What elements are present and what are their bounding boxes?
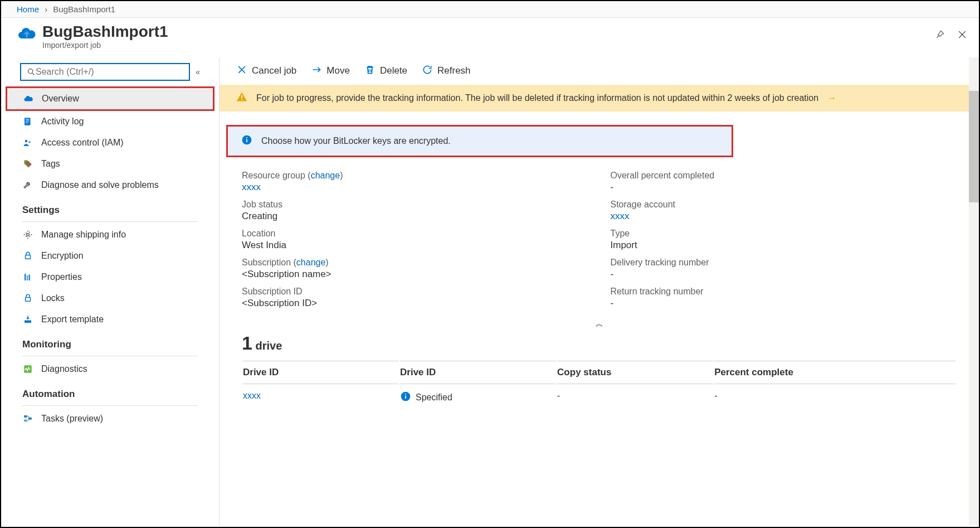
th-copy-status[interactable]: Copy status bbox=[557, 361, 713, 384]
people-icon bbox=[22, 137, 33, 148]
divider bbox=[22, 405, 198, 406]
th-percent-complete[interactable]: Percent complete bbox=[714, 361, 955, 384]
log-icon bbox=[22, 116, 33, 127]
divider bbox=[22, 356, 198, 356]
refresh-button[interactable]: Refresh bbox=[422, 64, 471, 78]
detail-value: <Subscription name> bbox=[242, 269, 588, 280]
toolbar: Cancel job Move Delete Refresh bbox=[220, 57, 979, 85]
sidebar-section-automation: Automation bbox=[1, 380, 219, 402]
sidebar-item-overview[interactable]: Overview bbox=[6, 86, 214, 111]
button-label: Delete bbox=[380, 65, 407, 76]
sidebar-item-label: Export template bbox=[41, 314, 104, 324]
detail-value[interactable]: xxxx bbox=[242, 182, 588, 193]
sidebar-item-tags[interactable]: Tags bbox=[1, 153, 219, 175]
detail-subscription-id: Subscription ID <Subscription ID> bbox=[242, 287, 588, 309]
collapse-details-icon[interactable]: ︽ bbox=[220, 316, 979, 332]
detail-value: Creating bbox=[242, 211, 588, 222]
lock-icon bbox=[22, 293, 33, 304]
button-label: Move bbox=[326, 65, 350, 76]
button-label: Cancel job bbox=[252, 65, 296, 76]
cloud-upload-icon bbox=[17, 23, 37, 43]
drives-title: 1 drive bbox=[242, 332, 957, 354]
page-title: BugBashImport1 bbox=[42, 23, 168, 41]
svg-rect-11 bbox=[29, 274, 30, 280]
sidebar-item-access-control[interactable]: Access control (IAM) bbox=[1, 132, 219, 153]
th-drive-id[interactable]: Drive ID bbox=[243, 361, 399, 384]
trash-icon bbox=[364, 64, 376, 78]
sidebar-item-shipping[interactable]: Manage shipping info bbox=[1, 224, 219, 245]
sidebar-item-export-template[interactable]: Export template bbox=[1, 309, 219, 330]
detail-value: - bbox=[611, 182, 957, 193]
tags-icon bbox=[22, 158, 33, 169]
sidebar-item-encryption[interactable]: Encryption bbox=[1, 245, 219, 267]
button-label: Refresh bbox=[437, 65, 471, 76]
sidebar-item-locks[interactable]: Locks bbox=[1, 288, 219, 309]
arrow-right-icon: → bbox=[827, 93, 836, 103]
info-icon bbox=[400, 391, 411, 404]
detail-delivery-tracking: Delivery tracking number - bbox=[611, 258, 957, 280]
change-link[interactable]: change bbox=[296, 258, 326, 267]
scrollbar[interactable] bbox=[969, 57, 979, 525]
move-button[interactable]: Move bbox=[311, 64, 350, 78]
detail-percent-completed: Overall percent completed - bbox=[611, 171, 957, 193]
sidebar-item-label: Diagnostics bbox=[41, 364, 87, 374]
svg-rect-4 bbox=[26, 122, 28, 123]
svg-rect-12 bbox=[26, 297, 31, 301]
svg-rect-3 bbox=[26, 120, 29, 121]
sidebar-item-properties[interactable]: Properties bbox=[1, 267, 219, 288]
cloud-icon bbox=[23, 93, 34, 104]
svg-rect-2 bbox=[26, 119, 29, 119]
svg-point-5 bbox=[25, 140, 28, 143]
search-input[interactable] bbox=[20, 63, 190, 81]
wrench-icon bbox=[22, 180, 33, 191]
pin-icon[interactable] bbox=[934, 29, 945, 42]
svg-rect-10 bbox=[27, 275, 28, 280]
detail-resource-group: Resource group (change) xxxx bbox=[242, 171, 588, 193]
search-icon bbox=[27, 67, 36, 76]
breadcrumb: Home › BugBashImport1 bbox=[1, 1, 979, 18]
svg-rect-21 bbox=[246, 139, 247, 142]
diagnostics-icon bbox=[22, 364, 33, 375]
close-icon[interactable] bbox=[957, 29, 968, 42]
sidebar-item-label: Locks bbox=[41, 293, 65, 303]
svg-rect-18 bbox=[241, 95, 242, 98]
sidebar-item-tasks[interactable]: Tasks (preview) bbox=[1, 408, 219, 429]
detail-subscription: Subscription (change) <Subscription name… bbox=[242, 258, 588, 280]
arrow-right-icon bbox=[311, 64, 322, 78]
detail-value[interactable]: xxxx bbox=[611, 211, 957, 222]
sidebar-section-monitoring: Monitoring bbox=[1, 330, 219, 352]
svg-rect-17 bbox=[29, 418, 32, 420]
drives-section: 1 drive Drive ID Drive ID Copy status Pe… bbox=[220, 332, 979, 411]
sidebar-item-diagnostics[interactable]: Diagnostics bbox=[1, 359, 219, 380]
export-icon bbox=[22, 314, 33, 325]
search-field[interactable] bbox=[36, 67, 183, 77]
main-content: Cancel job Move Delete Refresh For job t… bbox=[220, 57, 979, 525]
info-banner[interactable]: Choose how your BitLocker keys are encry… bbox=[226, 125, 733, 157]
breadcrumb-home[interactable]: Home bbox=[17, 4, 39, 14]
divider bbox=[22, 221, 198, 222]
sidebar-item-diagnose[interactable]: Diagnose and solve problems bbox=[1, 175, 219, 196]
svg-rect-1 bbox=[25, 118, 31, 125]
change-link[interactable]: change bbox=[311, 171, 340, 180]
delete-button[interactable]: Delete bbox=[364, 64, 407, 78]
properties-icon bbox=[22, 272, 33, 283]
detail-storage-account: Storage account xxxx bbox=[611, 200, 957, 222]
drive-id-link[interactable]: xxxx bbox=[243, 385, 399, 410]
th-drive-id2[interactable]: Drive ID bbox=[400, 361, 556, 384]
sidebar-item-activity-log[interactable]: Activity log bbox=[1, 111, 219, 132]
table-row: xxxx Specified - - bbox=[243, 385, 955, 410]
sidebar-item-label: Tasks (preview) bbox=[41, 414, 103, 424]
detail-type: Type Import bbox=[611, 229, 957, 251]
cancel-job-button[interactable]: Cancel job bbox=[236, 64, 296, 78]
svg-rect-9 bbox=[25, 274, 26, 280]
sidebar-item-label: Encryption bbox=[41, 251, 84, 261]
details-panel: Resource group (change) xxxx Job status … bbox=[220, 157, 979, 316]
collapse-sidebar-icon[interactable]: « bbox=[196, 67, 200, 76]
sidebar-item-label: Activity log bbox=[41, 117, 84, 127]
tasks-icon bbox=[22, 413, 33, 424]
sidebar-item-label: Tags bbox=[41, 159, 60, 169]
sidebar-item-label: Diagnose and solve problems bbox=[41, 180, 159, 190]
scrollbar-thumb[interactable] bbox=[969, 91, 979, 202]
breadcrumb-separator: › bbox=[45, 4, 47, 14]
warning-banner[interactable]: For job to progress, provide the trackin… bbox=[220, 85, 979, 112]
